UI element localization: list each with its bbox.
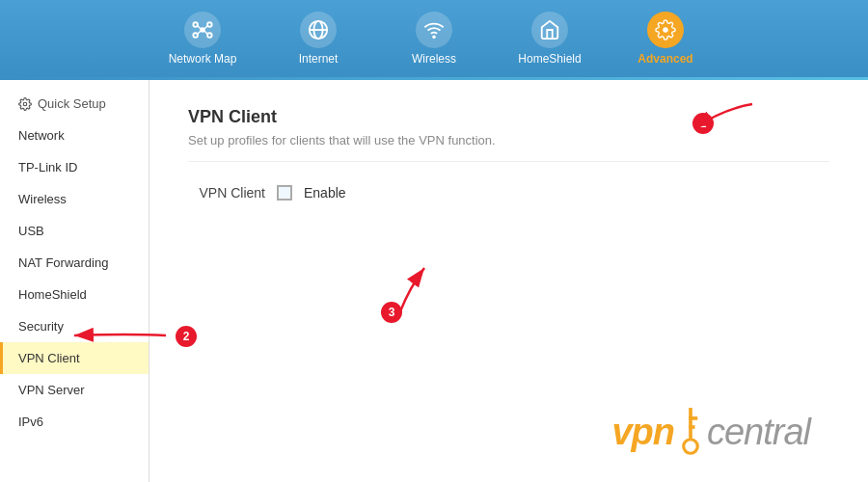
- logo-key-icon: [676, 408, 705, 456]
- annotation-3: 3: [381, 302, 402, 323]
- svg-rect-19: [689, 425, 694, 429]
- vpn-client-row: VPN Client Enable: [188, 185, 829, 201]
- svg-line-8: [204, 31, 208, 35]
- svg-line-5: [198, 25, 202, 29]
- network-map-icon: [184, 12, 221, 48]
- svg-point-20: [684, 440, 698, 454]
- content-area: VPN Client Set up profiles for clients t…: [149, 80, 868, 482]
- sidebar-item-tplink-id[interactable]: TP-Link ID: [0, 151, 149, 183]
- wireless-icon: [416, 12, 452, 48]
- sidebar-item-homeshield[interactable]: HomeShield: [0, 279, 149, 310]
- quick-setup-icon: [18, 97, 32, 111]
- nav-label-homeshield: HomeShield: [518, 52, 581, 66]
- sidebar-label-security: Security: [18, 319, 64, 334]
- main-layout: Quick Setup Network TP-Link ID Wireless …: [0, 80, 868, 482]
- annotation-2: 2: [176, 326, 197, 347]
- vpn-central-logo: vpn central: [611, 408, 810, 456]
- sidebar-item-usb[interactable]: USB: [0, 215, 149, 247]
- svg-point-12: [433, 36, 435, 38]
- sidebar-item-ipv6[interactable]: IPv6: [0, 406, 149, 438]
- advanced-icon: [647, 12, 684, 48]
- internet-icon: [300, 12, 337, 48]
- svg-line-7: [198, 31, 202, 35]
- sidebar-item-network[interactable]: Network: [0, 120, 149, 151]
- page-subtitle: Set up profiles for clients that will us…: [188, 133, 829, 162]
- nav-item-internet[interactable]: Internet: [280, 12, 357, 66]
- sidebar-label-ipv6: IPv6: [18, 415, 43, 429]
- nav-label-network-map: Network Map: [169, 52, 237, 66]
- annotation-2-container: 2: [176, 326, 197, 347]
- vpn-enable-label: Enable: [304, 185, 346, 201]
- sidebar: Quick Setup Network TP-Link ID Wireless …: [0, 80, 149, 482]
- top-nav-wrapper: Network Map Internet Wire: [0, 0, 868, 80]
- sidebar-item-vpn-server[interactable]: VPN Server: [0, 374, 149, 406]
- sidebar-label-quick-setup: Quick Setup: [38, 96, 106, 111]
- sidebar-label-tplink-id: TP-Link ID: [18, 160, 77, 174]
- sidebar-label-wireless: Wireless: [18, 192, 67, 206]
- nav-item-network-map[interactable]: Network Map: [164, 12, 241, 66]
- svg-point-14: [23, 102, 27, 106]
- sidebar-item-wireless[interactable]: Wireless: [0, 183, 149, 215]
- annotation-1: 1: [692, 113, 714, 134]
- sidebar-label-homeshield: HomeShield: [18, 287, 87, 302]
- nav-item-advanced[interactable]: Advanced: [627, 12, 704, 66]
- arrow-2: [60, 316, 176, 355]
- nav-label-wireless: Wireless: [412, 52, 456, 66]
- sidebar-item-quick-setup[interactable]: Quick Setup: [0, 88, 149, 120]
- svg-rect-18: [689, 416, 697, 420]
- sidebar-item-nat-forwarding[interactable]: NAT Forwarding: [0, 247, 149, 279]
- nav-label-advanced: Advanced: [637, 52, 692, 66]
- logo-vpn-text: vpn: [611, 412, 674, 453]
- sidebar-label-usb: USB: [18, 224, 44, 238]
- nav-item-homeshield[interactable]: HomeShield: [511, 12, 588, 66]
- logo-central-text: central: [707, 412, 810, 453]
- vpn-client-field-label: VPN Client: [188, 185, 265, 201]
- nav-label-internet: Internet: [299, 52, 339, 66]
- svg-point-13: [663, 27, 668, 33]
- sidebar-label-nat-forwarding: NAT Forwarding: [18, 255, 108, 270]
- sidebar-label-vpn-server: VPN Server: [18, 383, 85, 397]
- page-title: VPN Client: [188, 107, 829, 127]
- sidebar-label-network: Network: [18, 128, 65, 143]
- nav-item-wireless[interactable]: Wireless: [395, 12, 473, 66]
- top-navigation: Network Map Internet Wire: [0, 0, 868, 77]
- svg-rect-17: [689, 408, 692, 439]
- homeshield-icon: [531, 12, 568, 48]
- vpn-enable-checkbox[interactable]: [277, 185, 292, 201]
- svg-line-6: [204, 25, 208, 29]
